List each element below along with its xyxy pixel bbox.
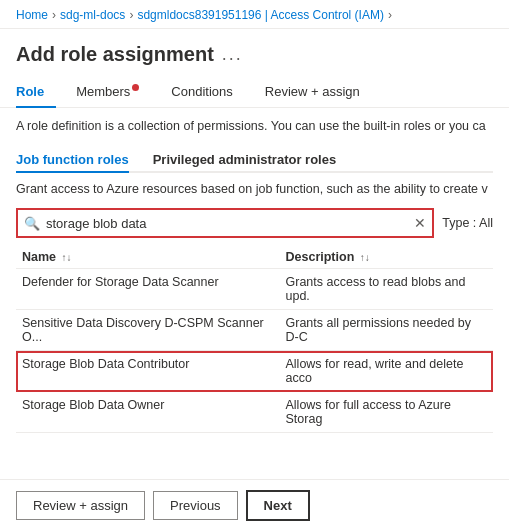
tabs-bar: Role Members Conditions Review + assign: [0, 74, 509, 108]
search-row: 🔍 ✕ Type : All: [16, 208, 493, 238]
breadcrumb-home[interactable]: Home: [16, 8, 48, 22]
search-icon: 🔍: [24, 216, 40, 231]
row-description: Allows for full access to Azure Storag: [280, 392, 494, 433]
clear-search-icon[interactable]: ✕: [414, 215, 426, 231]
page-title: Add role assignment: [16, 43, 214, 66]
previous-button[interactable]: Previous: [153, 491, 238, 520]
sub-tab-job-function[interactable]: Job function roles: [16, 148, 129, 173]
role-description: A role definition is a collection of per…: [16, 118, 493, 136]
breadcrumb-sep-2: ›: [129, 8, 133, 22]
col-name[interactable]: Name ↑↓: [16, 246, 280, 269]
row-description: Grants access to read blobs and upd.: [280, 269, 494, 310]
members-dot: [132, 84, 139, 91]
next-button[interactable]: Next: [246, 490, 310, 521]
breadcrumb-sep-3: ›: [388, 8, 392, 22]
review-assign-button[interactable]: Review + assign: [16, 491, 145, 520]
name-sort-icon: ↑↓: [62, 252, 72, 263]
content-area: A role definition is a collection of per…: [0, 108, 509, 433]
desc-sort-icon: ↑↓: [360, 252, 370, 263]
row-description: Allows for read, write and delete acco: [280, 351, 494, 392]
row-name: Storage Blob Data Owner: [16, 392, 280, 433]
tab-role[interactable]: Role: [16, 74, 56, 107]
sub-tabs: Job function roles Privileged administra…: [16, 148, 493, 173]
breadcrumb: Home › sdg-ml-docs › sdgmldocs8391951196…: [0, 0, 509, 29]
breadcrumb-iam[interactable]: sdgmldocs8391951196 | Access Control (IA…: [137, 8, 384, 22]
search-input[interactable]: [46, 216, 408, 231]
breadcrumb-sdg-ml-docs[interactable]: sdg-ml-docs: [60, 8, 125, 22]
tab-members[interactable]: Members: [76, 74, 151, 107]
row-name: Storage Blob Data Contributor: [16, 351, 280, 392]
row-name: Defender for Storage Data Scanner: [16, 269, 280, 310]
more-options-icon[interactable]: ...: [222, 44, 243, 65]
type-filter-badge[interactable]: Type : All: [442, 216, 493, 230]
row-name: Sensitive Data Discovery D-CSPM Scanner …: [16, 310, 280, 351]
page-header: Add role assignment ...: [0, 29, 509, 74]
sub-tab-privileged-admin[interactable]: Privileged administrator roles: [153, 148, 337, 173]
table-row[interactable]: Storage Blob Data Owner Allows for full …: [16, 392, 493, 433]
tab-conditions[interactable]: Conditions: [171, 74, 244, 107]
search-box[interactable]: 🔍 ✕: [16, 208, 434, 238]
table-row[interactable]: Defender for Storage Data Scanner Grants…: [16, 269, 493, 310]
table-row-selected[interactable]: Storage Blob Data Contributor Allows for…: [16, 351, 493, 392]
sub-description: Grant access to Azure resources based on…: [16, 181, 493, 199]
table-row[interactable]: Sensitive Data Discovery D-CSPM Scanner …: [16, 310, 493, 351]
col-description[interactable]: Description ↑↓: [280, 246, 494, 269]
results-table: Name ↑↓ Description ↑↓ Defender for Stor…: [16, 246, 493, 433]
breadcrumb-sep-1: ›: [52, 8, 56, 22]
tab-review-assign[interactable]: Review + assign: [265, 74, 372, 107]
row-description: Grants all permissions needed by D-C: [280, 310, 494, 351]
footer-bar: Review + assign Previous Next: [0, 479, 509, 531]
